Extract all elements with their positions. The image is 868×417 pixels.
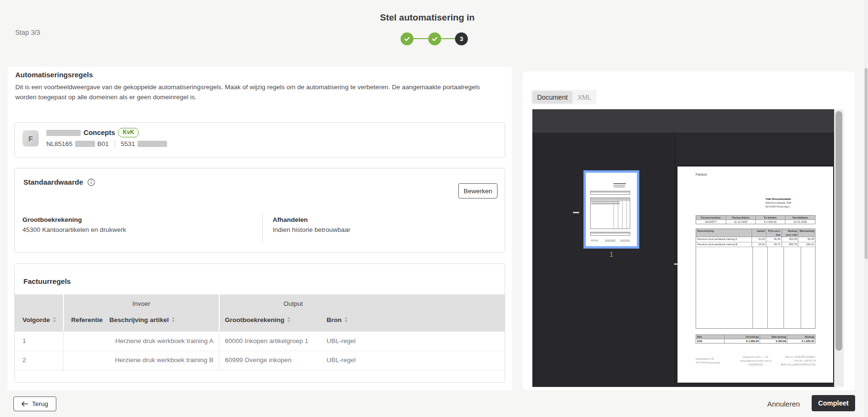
step-indicator: Stap 3/3 — [15, 29, 40, 36]
check-icon — [431, 35, 438, 42]
line-cell: 15,00 — [752, 242, 766, 247]
meta-header: Factuurnummer — [696, 216, 726, 219]
invoice-title: Factuur — [696, 173, 707, 176]
tab-xml[interactable]: XML — [572, 91, 597, 104]
invoice-vat-table: Btw Grondslag Btw-bedrag Bedrag 21% € 1.… — [696, 334, 815, 344]
company-name: Concepts — [84, 129, 115, 136]
stepper-connector — [413, 38, 429, 39]
default-values-heading: Standaardwaarde — [23, 178, 83, 186]
vat-header: Grondslag — [725, 335, 760, 339]
sort-icon[interactable] — [53, 317, 56, 324]
meta-header: Te betalen — [756, 216, 785, 219]
thumbnail-sidebar: 1 — [532, 133, 675, 387]
table-rule — [752, 246, 753, 328]
step-2-complete — [428, 32, 441, 45]
pdf-scrollbar-thumb[interactable] — [836, 111, 842, 351]
seller-street: Wilhelminakade 308 — [765, 201, 791, 205]
seller-city: 3072AR Rotterdam — [765, 205, 791, 208]
invoice-meta-table: Factuurnummer Factuurdatum Te betalen Ve… — [696, 215, 815, 224]
cancel-button[interactable]: Annuleren — [767, 400, 800, 408]
field-label: Afhandelen — [273, 216, 350, 223]
line-header: Aantal — [752, 229, 766, 237]
group-header-output: Output — [219, 300, 367, 307]
cell-bron: UBL-regel — [327, 356, 356, 364]
info-icon[interactable] — [87, 178, 95, 186]
meta-value: 00104577 — [696, 220, 726, 224]
invoice-lines-table: Omschrijving Aantal Prijs excl. btw Bedr… — [696, 229, 815, 329]
invoice-seller-block: Yuki Documentatie Wilhelminakade 308 307… — [765, 197, 791, 208]
vat-header: Bedrag — [787, 335, 815, 339]
footer-line: Isabelladonk 30 — [696, 357, 720, 361]
sort-icon[interactable] — [287, 317, 291, 324]
step-1-complete — [401, 32, 413, 45]
line-header: Omschrijving — [696, 229, 752, 237]
table-rule — [783, 246, 784, 328]
page-title: Stel automatisering in — [0, 12, 855, 23]
meta-header: Vervaldatum — [785, 216, 815, 219]
line-cell: 53,72 — [766, 242, 782, 247]
edit-button-label: Bewerken — [464, 188, 492, 195]
default-values-card: Standaardwaarde Bewerken Grootboekrekeni… — [14, 168, 505, 253]
setup-automation-page: Stap 3/3 Stel automatisering in 3 Automa… — [0, 0, 868, 417]
back-arrow-icon — [21, 401, 28, 407]
meta-value: 11-12-2025 — [726, 220, 756, 224]
sort-icon[interactable] — [171, 317, 175, 324]
line-header: Bedrag excl. btw — [782, 229, 799, 237]
vat-header: Btw-bedrag — [760, 335, 788, 339]
company-name-row: Concepts KvK — [46, 128, 139, 137]
field-value: Indien historie betrouwbaar — [273, 226, 350, 233]
tab-document[interactable]: Document — [532, 91, 572, 104]
edit-button[interactable]: Bewerken — [458, 183, 498, 198]
column-header-grootboekrekening[interactable]: Grootboekrekening — [225, 316, 291, 324]
redacted-vat-digits — [75, 141, 95, 147]
invoice-footer-right: Btw-nr. NL852957346B01 KvK-Nr. 14575178 … — [768, 355, 815, 366]
sort-icon[interactable] — [344, 317, 348, 324]
vat-number-prefix: NL85165 — [46, 140, 73, 147]
column-label: Bron — [327, 316, 342, 323]
vat-number-suffix: B01 — [97, 140, 109, 147]
column-label: Grootboekrekening — [225, 316, 285, 323]
seller-name: Yuki Documentatie — [765, 197, 791, 201]
vat-value: € 1.260,34 — [725, 339, 760, 343]
complete-button[interactable]: Compleet — [812, 395, 855, 411]
page-scrollbar-thumb[interactable] — [865, 68, 868, 259]
group-header-invoer: Invoer — [64, 300, 219, 307]
line-header: Btw-bedrag — [798, 229, 815, 237]
line-cell: 95,45 — [798, 237, 815, 242]
table-row: 1 Herziene druk werkboek training A 6000… — [15, 332, 505, 351]
invoice-footer-left: Isabelladonk 30 4707VR Roosendaal — [696, 357, 720, 365]
back-button[interactable]: Terug — [13, 396, 56, 411]
company-avatar: F — [22, 130, 39, 146]
column-label: Volgorde — [22, 316, 50, 323]
table-row: 2 Herziene druk werkboek training B 6099… — [15, 351, 505, 370]
field-value: 45300 Kantoorartikelen en drukwerk — [22, 226, 126, 233]
pdf-artifact-dash — [573, 212, 579, 213]
footer-line: Btw-nr. NL852957346B01 — [768, 355, 815, 359]
line-cell: 45,45 — [766, 237, 782, 242]
column-header-beschrijving[interactable]: Beschrijving artikel — [109, 316, 175, 324]
company-ids-row: NL85165B01 5531 — [46, 140, 167, 147]
column-header-bron[interactable]: Bron — [327, 316, 348, 324]
field-afhandelen: Afhandelen Indien historie betrouwbaar — [273, 216, 350, 233]
cell-volgorde: 1 — [22, 337, 26, 344]
line-cell: 10,00 — [752, 237, 766, 242]
line-cell: 454,55 — [782, 237, 799, 242]
vat-value: € 1.525,00 — [787, 339, 815, 343]
column-header-volgorde[interactable]: Volgorde — [22, 316, 56, 324]
kvk-badge: KvK — [118, 128, 139, 137]
pdf-page-area: Factuur Yuki Documentatie Wilhelminakade… — [675, 133, 834, 387]
table-rule — [801, 246, 801, 328]
pdf-toolbar — [532, 109, 844, 133]
fields-divider — [262, 212, 263, 245]
pdf-scrollbar-track[interactable] — [834, 109, 844, 387]
stepper-connector — [440, 38, 456, 39]
cell-beschrijving: Herziene druk werkboek training A — [91, 337, 213, 344]
footer-line: 4707VR Roosendaal — [696, 361, 720, 365]
redacted-company-name — [46, 130, 81, 136]
line-cell: Herziene druk werkboek training B — [696, 242, 752, 247]
page-thumbnail[interactable] — [583, 170, 639, 249]
rules-description: Dit is een voorbeeldweergave van de geko… — [15, 82, 494, 102]
column-header-referentie[interactable]: Referentie — [71, 316, 103, 323]
meta-header: Factuurdatum — [726, 216, 756, 219]
page-scrollbar-track[interactable] — [864, 0, 868, 417]
